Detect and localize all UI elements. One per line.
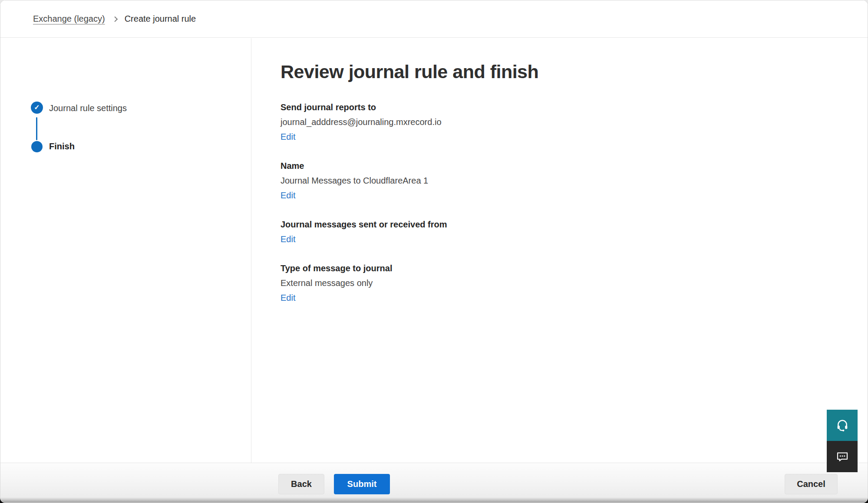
step-connector-line [36,117,37,140]
floating-button-stack [827,410,858,472]
breadcrumb-current-page: Create journal rule [125,14,196,24]
field-label: Journal messages sent or received from [281,217,654,232]
breadcrumb-link-exchange-legacy[interactable]: Exchange (legacy) [33,14,105,24]
breadcrumb: Exchange (legacy) Create journal rule [0,0,868,38]
step-completed-check-icon: ✓ [31,102,43,114]
help-support-button[interactable] [827,410,858,441]
footer-action-bar: Back Submit Cancel [0,463,868,503]
wizard-step-journal-rule-settings[interactable]: Journal rule settings [49,103,127,113]
edit-link-name[interactable]: Edit [281,188,295,203]
field-value: Journal Messages to CloudflareArea 1 [281,173,654,188]
feedback-button[interactable] [827,441,858,472]
headset-icon [836,419,849,432]
field-value: journal_adddress@journaling.mxrecord.io [281,115,654,129]
review-section-journal-messages-sent-or-received-from: Journal messages sent or received from E… [281,217,654,247]
back-button[interactable]: Back [278,474,324,494]
chat-feedback-icon [836,450,849,463]
review-sections: Send journal reports to journal_adddress… [281,100,654,319]
chevron-right-icon [112,16,118,22]
submit-button[interactable]: Submit [334,474,390,494]
wizard-step-finish: Finish [49,141,75,151]
field-label: Send journal reports to [281,100,654,115]
edit-link-send-journal-reports-to[interactable]: Edit [281,129,295,144]
field-value: External messages only [281,276,654,290]
screenshot-stage: Exchange (legacy) Create journal rule ✓ … [0,0,868,503]
field-label: Name [281,158,654,173]
edit-link-type-of-message-to-journal[interactable]: Edit [281,290,295,305]
app-window: Exchange (legacy) Create journal rule ✓ … [0,0,868,503]
cancel-button[interactable]: Cancel [785,474,838,494]
edit-link-journal-messages-sent-or-received-from[interactable]: Edit [281,232,295,247]
wizard-steps-rail: ✓ Journal rule settings Finish [0,38,251,463]
review-section-send-journal-reports-to: Send journal reports to journal_adddress… [281,100,654,144]
field-label: Type of message to journal [281,261,654,276]
page-title: Review journal rule and finish [281,61,538,82]
review-section-type-of-message-to-journal: Type of message to journal External mess… [281,261,654,305]
step-current-dot-icon [31,141,43,152]
review-section-name: Name Journal Messages to CloudflareArea … [281,158,654,203]
